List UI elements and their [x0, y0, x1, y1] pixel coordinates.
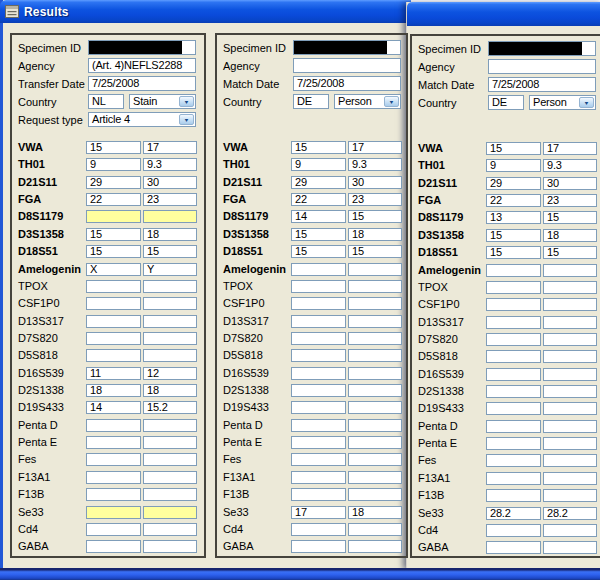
allele-1-field[interactable]: 9 — [486, 159, 541, 172]
allele-1-field[interactable] — [86, 349, 141, 362]
country-code-field[interactable]: DE — [293, 94, 329, 109]
allele-1-field[interactable]: 15 — [291, 141, 346, 154]
allele-2-field[interactable]: 30 — [143, 176, 197, 189]
allele-2-field[interactable]: 30 — [348, 176, 402, 189]
allele-1-field[interactable]: 15 — [486, 246, 541, 259]
allele-2-field[interactable] — [543, 437, 597, 450]
allele-1-field[interactable] — [86, 540, 141, 553]
allele-2-field[interactable] — [543, 368, 597, 381]
allele-2-field[interactable] — [348, 419, 402, 432]
allele-1-field[interactable] — [486, 333, 541, 346]
allele-1-field[interactable] — [291, 540, 346, 553]
allele-1-field[interactable] — [86, 506, 141, 519]
allele-2-field[interactable] — [143, 210, 197, 223]
allele-2-field[interactable] — [348, 315, 402, 328]
allele-2-field[interactable]: 18 — [348, 228, 402, 241]
country-category-dropdown[interactable]: Person▼ — [529, 95, 596, 110]
allele-1-field[interactable] — [291, 471, 346, 484]
allele-2-field[interactable] — [348, 471, 402, 484]
allele-1-field[interactable]: 15 — [86, 228, 141, 241]
allele-2-field[interactable] — [348, 436, 402, 449]
allele-2-field[interactable] — [143, 315, 197, 328]
allele-1-field[interactable]: 28.2 — [486, 507, 541, 520]
allele-2-field[interactable] — [543, 350, 597, 363]
allele-1-field[interactable] — [486, 454, 541, 467]
allele-1-field[interactable]: 15 — [86, 141, 141, 154]
allele-2-field[interactable] — [543, 420, 597, 433]
dropdown-button[interactable]: ▼ — [179, 96, 194, 107]
allele-1-field[interactable] — [486, 298, 541, 311]
allele-2-field[interactable]: 9.3 — [348, 158, 402, 171]
allele-1-field[interactable] — [486, 281, 541, 294]
allele-1-field[interactable] — [86, 436, 141, 449]
allele-1-field[interactable] — [486, 420, 541, 433]
allele-1-field[interactable] — [486, 472, 541, 485]
allele-2-field[interactable] — [348, 367, 402, 380]
allele-1-field[interactable] — [86, 332, 141, 345]
allele-1-field[interactable] — [291, 332, 346, 345]
allele-2-field[interactable]: 15 — [348, 210, 402, 223]
allele-2-field[interactable]: 9.3 — [143, 158, 197, 171]
country-category-dropdown[interactable]: Person▼ — [334, 94, 401, 109]
agency-field[interactable] — [293, 58, 401, 73]
dropdown-button[interactable]: ▼ — [579, 97, 594, 108]
allele-1-field[interactable] — [86, 523, 141, 536]
allele-2-field[interactable] — [543, 264, 597, 277]
allele-1-field[interactable]: 17 — [291, 506, 346, 519]
allele-1-field[interactable] — [291, 349, 346, 362]
allele-2-field[interactable] — [348, 401, 402, 414]
allele-2-field[interactable]: 15 — [143, 245, 197, 258]
allele-1-field[interactable] — [86, 419, 141, 432]
allele-2-field[interactable] — [543, 454, 597, 467]
allele-2-field[interactable] — [143, 280, 197, 293]
allele-2-field[interactable] — [348, 453, 402, 466]
allele-2-field[interactable] — [543, 333, 597, 346]
allele-2-field[interactable] — [348, 280, 402, 293]
allele-2-field[interactable] — [348, 523, 402, 536]
allele-2-field[interactable] — [143, 453, 197, 466]
allele-2-field[interactable]: 23 — [543, 194, 597, 207]
allele-2-field[interactable]: Y — [143, 263, 197, 276]
allele-1-field[interactable] — [486, 385, 541, 398]
allele-1-field[interactable] — [486, 402, 541, 415]
allele-1-field[interactable] — [486, 350, 541, 363]
allele-2-field[interactable] — [348, 332, 402, 345]
allele-1-field[interactable] — [291, 488, 346, 501]
allele-2-field[interactable] — [143, 540, 197, 553]
allele-1-field[interactable]: 15 — [486, 142, 541, 155]
allele-2-field[interactable] — [143, 523, 197, 536]
allele-1-field[interactable] — [486, 264, 541, 277]
allele-1-field[interactable] — [86, 280, 141, 293]
country-code-field[interactable]: DE — [488, 95, 524, 110]
allele-2-field[interactable] — [348, 297, 402, 310]
allele-1-field[interactable] — [86, 297, 141, 310]
allele-1-field[interactable] — [291, 367, 346, 380]
allele-2-field[interactable]: 18 — [348, 506, 402, 519]
allele-1-field[interactable]: 15 — [486, 229, 541, 242]
allele-1-field[interactable] — [291, 384, 346, 397]
allele-1-field[interactable] — [291, 297, 346, 310]
allele-1-field[interactable] — [291, 280, 346, 293]
results-titlebar[interactable]: Results — [0, 0, 411, 23]
allele-1-field[interactable]: 29 — [86, 176, 141, 189]
country-category-dropdown[interactable]: Stain▼ — [129, 94, 196, 109]
allele-2-field[interactable] — [348, 263, 402, 276]
specimen-id-field[interactable] — [88, 40, 196, 55]
allele-1-field[interactable]: 22 — [486, 194, 541, 207]
agency-field[interactable]: (Art. 4)NEFLS2288 — [88, 58, 196, 73]
allele-2-field[interactable]: 23 — [348, 193, 402, 206]
allele-1-field[interactable] — [291, 453, 346, 466]
allele-2-field[interactable] — [543, 489, 597, 502]
allele-2-field[interactable]: 30 — [543, 177, 597, 190]
allele-1-field[interactable] — [486, 524, 541, 537]
allele-2-field[interactable]: 18 — [143, 384, 197, 397]
allele-1-field[interactable]: 18 — [86, 384, 141, 397]
allele-2-field[interactable]: 28.2 — [543, 507, 597, 520]
allele-1-field[interactable]: 11 — [86, 367, 141, 380]
allele-2-field[interactable] — [143, 419, 197, 432]
allele-1-field[interactable] — [86, 315, 141, 328]
allele-1-field[interactable] — [86, 488, 141, 501]
allele-1-field[interactable] — [291, 263, 346, 276]
allele-1-field[interactable] — [86, 210, 141, 223]
allele-1-field[interactable] — [86, 453, 141, 466]
